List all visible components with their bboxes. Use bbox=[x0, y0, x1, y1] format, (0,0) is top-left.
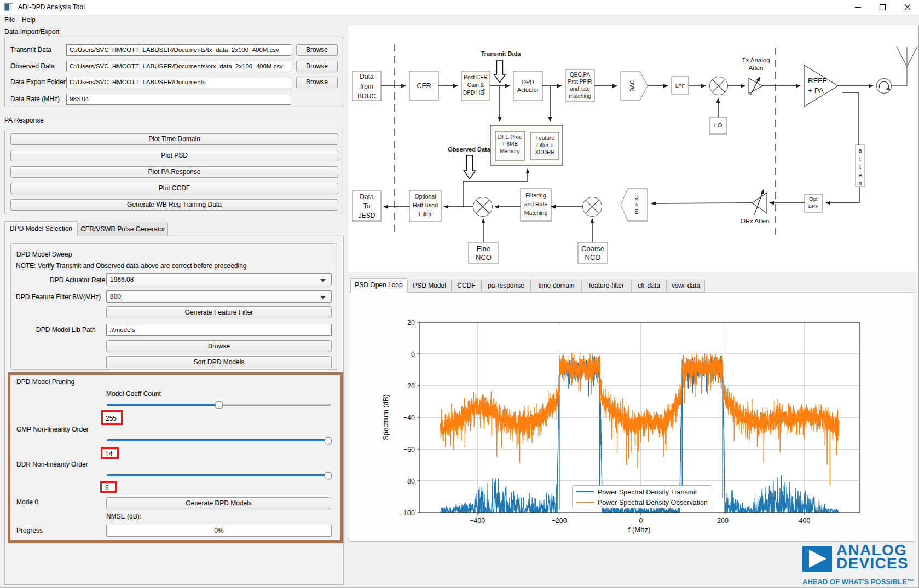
svg-text:Power Spectral Density Observa: Power Spectral Density Observation bbox=[598, 499, 708, 507]
svg-text:Power Spectral Density Transmi: Power Spectral Density Transmit bbox=[598, 488, 697, 496]
svg-text:DFE Proc: DFE Proc bbox=[498, 134, 522, 140]
svg-text:QEC,PA: QEC,PA bbox=[570, 72, 590, 78]
svg-text:Half Band: Half Band bbox=[413, 202, 438, 208]
svg-text:−80: −80 bbox=[403, 478, 415, 485]
svg-text:−60: −60 bbox=[403, 446, 415, 453]
svg-text:−100: −100 bbox=[400, 509, 415, 517]
svg-text:Transmit Data: Transmit Data bbox=[481, 50, 522, 57]
svg-text:LPF: LPF bbox=[675, 83, 685, 89]
svg-text:DPD: DPD bbox=[522, 79, 534, 85]
svg-text:and Rate: and Rate bbox=[524, 201, 548, 207]
svg-text:0: 0 bbox=[639, 517, 643, 525]
svg-text:RF ADC: RF ADC bbox=[633, 195, 639, 214]
svg-text:+ 8MB: + 8MB bbox=[502, 141, 518, 147]
svg-text:Filter +: Filter + bbox=[536, 142, 553, 148]
svg-text:Actuator: Actuator bbox=[517, 86, 539, 93]
svg-text:a: a bbox=[859, 147, 862, 154]
svg-text:−20: −20 bbox=[403, 382, 415, 390]
svg-text:Filtering: Filtering bbox=[525, 192, 546, 199]
svg-text:and rate: and rate bbox=[570, 86, 590, 92]
svg-text:ORx Atten: ORx Atten bbox=[741, 218, 769, 224]
svg-text:Coarse: Coarse bbox=[581, 244, 604, 253]
svg-text:t: t bbox=[859, 164, 861, 170]
svg-text:−40: −40 bbox=[403, 414, 415, 422]
svg-text:−200: −200 bbox=[551, 517, 567, 525]
svg-text:Memory: Memory bbox=[500, 148, 519, 154]
svg-text:Observed Data: Observed Data bbox=[448, 146, 491, 153]
svg-text:Opt: Opt bbox=[809, 196, 818, 202]
svg-text:Matching: Matching bbox=[524, 209, 548, 216]
svg-text:Optional: Optional bbox=[414, 193, 436, 200]
svg-text:JESD: JESD bbox=[359, 212, 375, 219]
svg-text:Filter: Filter bbox=[419, 211, 432, 217]
svg-text:DAC: DAC bbox=[629, 80, 635, 91]
svg-text:400: 400 bbox=[799, 517, 811, 525]
svg-text:−400: −400 bbox=[470, 517, 485, 525]
svg-text:Data: Data bbox=[360, 73, 374, 80]
svg-text:XCORR: XCORR bbox=[535, 149, 554, 155]
svg-text:CFR: CFR bbox=[417, 81, 431, 90]
svg-text:e: e bbox=[859, 172, 862, 178]
svg-text:n: n bbox=[859, 180, 862, 187]
svg-text:Tx Analog: Tx Analog bbox=[742, 57, 770, 63]
svg-text:200: 200 bbox=[717, 517, 729, 525]
svg-text:LO: LO bbox=[714, 122, 723, 129]
svg-text:BDUC: BDUC bbox=[357, 92, 376, 100]
svg-text:Post CFR: Post CFR bbox=[464, 74, 487, 80]
svg-text:20: 20 bbox=[407, 319, 415, 327]
svg-text:matching: matching bbox=[569, 93, 591, 99]
svg-text:f (Mhz): f (Mhz) bbox=[628, 526, 650, 534]
svg-text:Data: Data bbox=[360, 193, 374, 201]
svg-text:To: To bbox=[363, 202, 371, 210]
svg-text:t: t bbox=[859, 155, 861, 162]
svg-text:Spectrum (dB): Spectrum (dB) bbox=[382, 394, 390, 440]
svg-text:0: 0 bbox=[411, 351, 415, 358]
svg-text:from: from bbox=[360, 83, 373, 90]
svg-text:BPF: BPF bbox=[808, 203, 819, 209]
svg-text:RFFE: RFFE bbox=[808, 77, 827, 85]
svg-text:Feature: Feature bbox=[535, 135, 554, 141]
svg-text:Atten: Atten bbox=[749, 65, 764, 71]
svg-text:+ PA: + PA bbox=[808, 86, 824, 95]
svg-text:Gain &: Gain & bbox=[467, 82, 484, 88]
svg-text:NCO: NCO bbox=[585, 253, 601, 261]
svg-text:Prot,PFIR: Prot,PFIR bbox=[568, 79, 592, 85]
svg-text:DPD HB: DPD HB bbox=[463, 90, 484, 96]
svg-text:NCO: NCO bbox=[476, 253, 492, 261]
svg-text:Fine: Fine bbox=[477, 244, 490, 253]
